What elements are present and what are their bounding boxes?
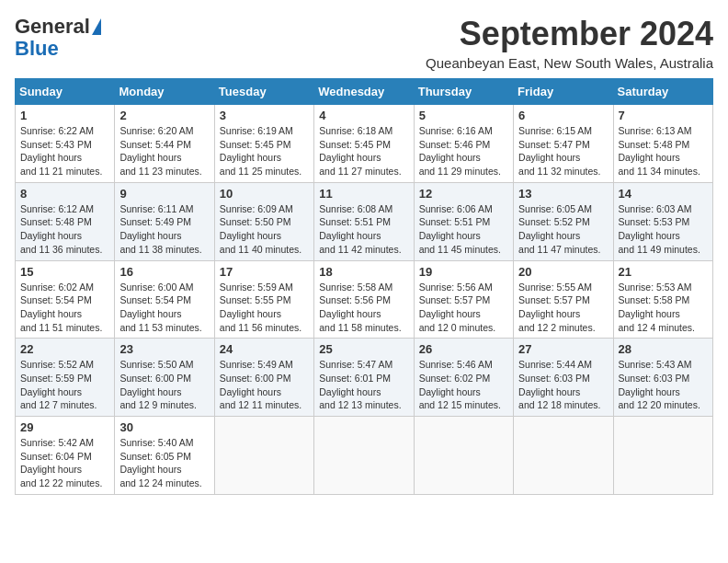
col-sunday: Sunday (16, 79, 115, 105)
list-item: 5 Sunrise: 6:16 AMSunset: 5:46 PMDayligh… (414, 105, 513, 183)
list-item: 1 Sunrise: 6:22 AMSunset: 5:43 PMDayligh… (16, 105, 115, 183)
cell-content: Sunrise: 6:12 AMSunset: 5:48 PMDaylight … (20, 203, 102, 255)
cell-content: Sunrise: 6:02 AMSunset: 5:54 PMDaylight … (20, 282, 102, 333)
cell-content: Sunrise: 5:42 AMSunset: 6:04 PMDaylight … (20, 437, 102, 488)
table-row: 1 Sunrise: 6:22 AMSunset: 5:43 PMDayligh… (16, 105, 713, 183)
day-number: 5 (419, 109, 508, 122)
day-number: 17 (220, 265, 309, 279)
col-friday: Friday (514, 79, 613, 105)
day-number: 21 (619, 265, 708, 279)
day-number: 28 (619, 342, 708, 356)
list-item (314, 417, 414, 495)
cell-content: Sunrise: 5:47 AMSunset: 6:01 PMDaylight … (319, 359, 401, 410)
cell-content: Sunrise: 5:44 AMSunset: 6:03 PMDaylight … (518, 359, 600, 410)
day-number: 19 (419, 265, 508, 279)
list-item (613, 417, 712, 495)
day-number: 18 (319, 265, 408, 279)
day-number: 22 (20, 342, 109, 356)
list-item: 13 Sunrise: 6:05 AMSunset: 5:52 PMDaylig… (514, 182, 613, 260)
day-number: 23 (119, 342, 209, 356)
cell-content: Sunrise: 5:58 AMSunset: 5:56 PMDaylight … (319, 282, 401, 333)
cell-content: Sunrise: 6:05 AMSunset: 5:52 PMDaylight … (518, 203, 600, 255)
cell-content: Sunrise: 6:00 AMSunset: 5:54 PMDaylight … (119, 282, 201, 333)
cell-content: Sunrise: 6:18 AMSunset: 5:45 PMDaylight … (319, 125, 401, 177)
list-item (514, 417, 613, 495)
cell-content: Sunrise: 5:43 AMSunset: 6:03 PMDaylight … (619, 359, 700, 410)
cell-content: Sunrise: 6:06 AMSunset: 5:51 PMDaylight … (419, 203, 501, 255)
cell-content: Sunrise: 5:40 AMSunset: 6:05 PMDaylight … (119, 437, 201, 488)
logo-general: General (15, 15, 90, 39)
list-item: 10 Sunrise: 6:09 AMSunset: 5:50 PMDaylig… (214, 182, 313, 260)
cell-content: Sunrise: 5:53 AMSunset: 5:58 PMDaylight … (619, 282, 695, 333)
list-item: 27 Sunrise: 5:44 AMSunset: 6:03 PMDaylig… (514, 339, 613, 417)
header-row: Sunday Monday Tuesday Wednesday Thursday… (16, 79, 713, 105)
list-item: 3 Sunrise: 6:19 AMSunset: 5:45 PMDayligh… (214, 105, 313, 183)
cell-content: Sunrise: 5:50 AMSunset: 6:00 PMDaylight … (119, 359, 196, 410)
table-row: 22 Sunrise: 5:52 AMSunset: 5:59 PMDaylig… (16, 339, 713, 417)
day-number: 27 (518, 342, 608, 356)
table-row: 29 Sunrise: 5:42 AMSunset: 6:04 PMDaylig… (16, 417, 713, 495)
list-item: 28 Sunrise: 5:43 AMSunset: 6:03 PMDaylig… (613, 339, 712, 417)
day-number: 15 (20, 265, 109, 279)
cell-content: Sunrise: 6:16 AMSunset: 5:46 PMDaylight … (419, 125, 501, 177)
logo-triangle-icon (92, 18, 101, 35)
cell-content: Sunrise: 5:49 AMSunset: 6:00 PMDaylight … (220, 359, 301, 410)
list-item: 6 Sunrise: 6:15 AMSunset: 5:47 PMDayligh… (514, 105, 613, 183)
col-wednesday: Wednesday (314, 79, 414, 105)
day-number: 9 (119, 187, 209, 201)
cell-content: Sunrise: 5:55 AMSunset: 5:57 PMDaylight … (518, 282, 595, 333)
list-item: 23 Sunrise: 5:50 AMSunset: 6:00 PMDaylig… (115, 339, 214, 417)
list-item: 2 Sunrise: 6:20 AMSunset: 5:44 PMDayligh… (115, 105, 214, 183)
title-block: September 2024 Queanbeyan East, New Sout… (426, 15, 713, 71)
col-saturday: Saturday (613, 79, 712, 105)
logo: General Blue (15, 15, 101, 59)
day-number: 13 (518, 187, 608, 201)
cell-content: Sunrise: 5:46 AMSunset: 6:02 PMDaylight … (419, 359, 501, 410)
col-thursday: Thursday (414, 79, 513, 105)
cell-content: Sunrise: 6:03 AMSunset: 5:53 PMDaylight … (619, 203, 700, 255)
list-item: 7 Sunrise: 6:13 AMSunset: 5:48 PMDayligh… (613, 105, 712, 183)
day-number: 2 (119, 109, 209, 122)
day-number: 12 (419, 187, 508, 201)
list-item: 29 Sunrise: 5:42 AMSunset: 6:04 PMDaylig… (16, 417, 115, 495)
day-number: 8 (20, 187, 109, 201)
day-number: 7 (619, 109, 708, 122)
cell-content: Sunrise: 6:08 AMSunset: 5:51 PMDaylight … (319, 203, 401, 255)
day-number: 25 (319, 342, 408, 356)
day-number: 29 (20, 420, 109, 434)
list-item (414, 417, 513, 495)
cell-content: Sunrise: 6:09 AMSunset: 5:50 PMDaylight … (220, 203, 301, 255)
cell-content: Sunrise: 6:20 AMSunset: 5:44 PMDaylight … (119, 125, 201, 177)
list-item: 15 Sunrise: 6:02 AMSunset: 5:54 PMDaylig… (16, 260, 115, 339)
page-header: General Blue September 2024 Queanbeyan E… (15, 15, 713, 71)
col-monday: Monday (115, 79, 214, 105)
list-item: 14 Sunrise: 6:03 AMSunset: 5:53 PMDaylig… (613, 182, 712, 260)
list-item: 8 Sunrise: 6:12 AMSunset: 5:48 PMDayligh… (16, 182, 115, 260)
list-item (214, 417, 313, 495)
list-item: 9 Sunrise: 6:11 AMSunset: 5:49 PMDayligh… (115, 182, 214, 260)
list-item: 21 Sunrise: 5:53 AMSunset: 5:58 PMDaylig… (613, 260, 712, 339)
day-number: 14 (619, 187, 708, 201)
calendar-table: Sunday Monday Tuesday Wednesday Thursday… (15, 78, 713, 495)
day-number: 20 (518, 265, 608, 279)
table-row: 15 Sunrise: 6:02 AMSunset: 5:54 PMDaylig… (16, 260, 713, 339)
col-tuesday: Tuesday (214, 79, 313, 105)
cell-content: Sunrise: 5:52 AMSunset: 5:59 PMDaylight … (20, 359, 97, 410)
cell-content: Sunrise: 5:56 AMSunset: 5:57 PMDaylight … (419, 282, 495, 333)
cell-content: Sunrise: 6:22 AMSunset: 5:43 PMDaylight … (20, 125, 102, 177)
location-title: Queanbeyan East, New South Wales, Austra… (426, 55, 713, 71)
cell-content: Sunrise: 6:11 AMSunset: 5:49 PMDaylight … (119, 203, 201, 255)
list-item: 16 Sunrise: 6:00 AMSunset: 5:54 PMDaylig… (115, 260, 214, 339)
list-item: 20 Sunrise: 5:55 AMSunset: 5:57 PMDaylig… (514, 260, 613, 339)
list-item: 24 Sunrise: 5:49 AMSunset: 6:00 PMDaylig… (214, 339, 313, 417)
day-number: 26 (419, 342, 508, 356)
day-number: 24 (220, 342, 309, 356)
list-item: 11 Sunrise: 6:08 AMSunset: 5:51 PMDaylig… (314, 182, 414, 260)
cell-content: Sunrise: 6:19 AMSunset: 5:45 PMDaylight … (220, 125, 301, 177)
day-number: 30 (119, 420, 209, 434)
list-item: 17 Sunrise: 5:59 AMSunset: 5:55 PMDaylig… (214, 260, 313, 339)
day-number: 3 (220, 109, 309, 122)
day-number: 6 (518, 109, 608, 122)
table-row: 8 Sunrise: 6:12 AMSunset: 5:48 PMDayligh… (16, 182, 713, 260)
list-item: 25 Sunrise: 5:47 AMSunset: 6:01 PMDaylig… (314, 339, 414, 417)
